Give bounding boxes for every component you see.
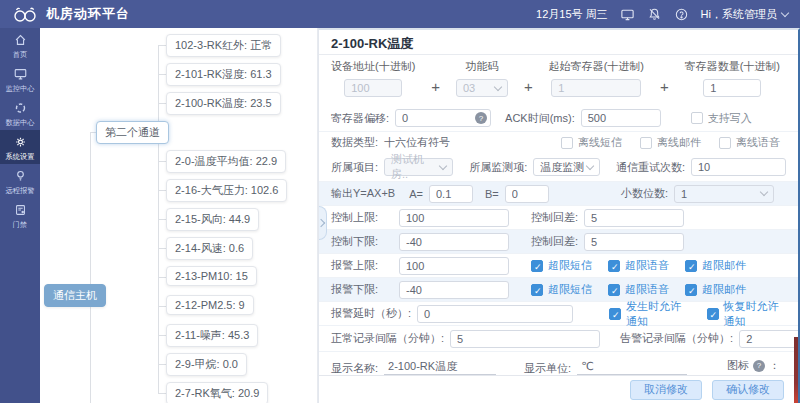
- tree-sensor-item[interactable]: 2-15-风向: 44.9: [166, 208, 259, 231]
- tree-line: [158, 161, 166, 162]
- plus-sign: +: [658, 78, 671, 97]
- chevron-down-icon: [494, 82, 502, 90]
- alarm-delay-row: 报警延时（秒）: 发生时允许通知 恢复时允许通知: [319, 301, 798, 325]
- retry-count-input[interactable]: [691, 158, 786, 176]
- sidebar-item-door-access[interactable]: 门禁: [0, 198, 40, 232]
- tree-sensor-item[interactable]: 2-9-甲烷: 0.0: [166, 353, 247, 376]
- alarm-upper-row: 报警上限: 超限短信 超限语音 超限邮件: [319, 253, 798, 277]
- icon-colon: ：: [769, 358, 780, 373]
- control-upper-row: 控制上限: 控制回差:: [319, 205, 798, 229]
- notify-on-recover-checkbox[interactable]: 恢复时允许通知: [707, 299, 786, 329]
- tree-sensor-item[interactable]: 2-12-PM2.5: 9: [166, 295, 254, 315]
- notify-on-occur-checkbox[interactable]: 发生时允许通知: [609, 299, 688, 329]
- device-addr-input[interactable]: [344, 79, 402, 97]
- project-select[interactable]: 测试机房..: [384, 158, 453, 176]
- monitor-icon[interactable]: [620, 7, 635, 22]
- info-icon[interactable]: ?: [753, 360, 765, 372]
- collapse-handle[interactable]: [318, 206, 327, 240]
- offline-sms-checkbox[interactable]: 离线短信: [561, 135, 622, 150]
- ctrl-upper-hys-input[interactable]: [584, 209, 684, 227]
- project-row: 所属项目: 测试机房.. 所属监测项: 温度监测 通信重试次数:: [319, 153, 798, 181]
- offline-mail-checkbox[interactable]: 离线邮件: [640, 135, 701, 150]
- tree-line: [158, 74, 166, 75]
- display-unit-input[interactable]: [577, 359, 687, 375]
- lower-over-mail-checkbox[interactable]: 超限邮件: [685, 282, 746, 297]
- ctrl-lower-input[interactable]: [399, 233, 509, 251]
- coef-a-label: A=: [409, 188, 423, 200]
- sidebar-item-remote-alarm[interactable]: 远程报警: [0, 164, 40, 198]
- tree-sensor-item[interactable]: 2-101-RK湿度: 61.3: [166, 63, 281, 86]
- bulb-icon: [13, 169, 28, 183]
- info-icon[interactable]: ?: [475, 112, 487, 124]
- datatype-value: 十六位有符号: [384, 135, 450, 150]
- alarm-delay-input[interactable]: [417, 305, 573, 323]
- user-menu[interactable]: Hi，系统管理员: [701, 7, 788, 22]
- coef-a-input[interactable]: [429, 185, 473, 203]
- confirm-button[interactable]: 确认修改: [712, 380, 784, 400]
- offline-voice-checkbox[interactable]: 离线语音: [719, 135, 780, 150]
- alarm-lower-row: 报警下限: 超限短信 超限语音 超限邮件: [319, 277, 798, 301]
- register-count-label: 寄存器数量(十进制): [685, 59, 780, 74]
- alarm-interval-label: 告警记录间隔（分钟）:: [620, 331, 733, 346]
- panel-title: 2-100-RK温度: [319, 30, 798, 55]
- icon-label: 图标: [727, 358, 749, 373]
- alarm-lower-input[interactable]: [399, 281, 509, 299]
- coef-b-input[interactable]: [505, 185, 549, 203]
- tree-sensor-item[interactable]: 2-11-噪声: 45.3: [166, 324, 258, 347]
- sidebar: 首页 监控中心 数据中心 系统设置 远程报警 门禁: [0, 28, 40, 403]
- date-label: 12月15号 周三: [536, 7, 608, 22]
- sidebar-item-monitor-center[interactable]: 监控中心: [0, 62, 40, 96]
- coef-b-label: B=: [485, 188, 499, 200]
- tree-sensor-item[interactable]: 2-16-大气压力: 102.6: [166, 179, 287, 202]
- tree-sensor-item[interactable]: 2-100-RK温度: 23.5: [166, 92, 281, 115]
- tree-line: [158, 335, 166, 336]
- tree-sensor-item[interactable]: 102-3-RK红外: 正常: [166, 34, 281, 57]
- alarm-upper-input[interactable]: [399, 257, 509, 275]
- bell-muted-icon[interactable]: [647, 7, 662, 22]
- upper-over-sms-checkbox[interactable]: 超限短信: [531, 258, 592, 273]
- tree-sensor-item[interactable]: 2-7-RK氧气: 20.9: [166, 382, 268, 403]
- tree-sensor-item[interactable]: 2-14-风速: 0.6: [166, 237, 253, 260]
- upper-over-mail-checkbox[interactable]: 超限邮件: [685, 258, 746, 273]
- monitor-type-select[interactable]: 温度监测: [533, 158, 600, 176]
- ctrl-lower-hys-label: 控制回差:: [531, 234, 578, 249]
- lower-over-sms-checkbox[interactable]: 超限短信: [531, 282, 592, 297]
- write-support-checkbox[interactable]: 支持写入: [691, 111, 752, 126]
- tree-root-host[interactable]: 通信主机: [44, 284, 106, 307]
- tree-channel[interactable]: 第二个通道: [96, 121, 169, 144]
- lower-over-voice-checkbox[interactable]: 超限语音: [608, 282, 669, 297]
- sidebar-item-settings[interactable]: 系统设置: [0, 130, 40, 164]
- ack-time-input[interactable]: [581, 109, 661, 127]
- monitor-icon: [13, 67, 28, 81]
- tree-sensor-item[interactable]: 2-13-PM10: 15: [166, 266, 257, 286]
- home-icon: [13, 33, 28, 47]
- access-card-icon: [13, 203, 28, 217]
- record-interval-row: 正常记录间隔（分钟）: 告警记录间隔（分钟）:: [319, 325, 798, 351]
- sidebar-item-data-center[interactable]: 数据中心: [0, 96, 40, 130]
- sidebar-item-home[interactable]: 首页: [0, 28, 40, 62]
- alarm-lower-label: 报警下限:: [331, 282, 393, 297]
- upper-over-voice-checkbox[interactable]: 超限语音: [608, 258, 669, 273]
- tree-line: [158, 45, 166, 46]
- function-code-select[interactable]: 03: [456, 79, 508, 97]
- start-register-input[interactable]: [551, 79, 641, 97]
- tree-sensor-item[interactable]: 2-0-温度平均值: 22.9: [166, 150, 286, 173]
- sensor-config-panel: 2-100-RK温度 设备地址(十进制) + 功能码 03 + 起始寄存器(十进…: [318, 28, 800, 403]
- ctrl-lower-hys-input[interactable]: [584, 233, 684, 251]
- checkbox-checked-icon: [685, 260, 697, 272]
- cancel-button[interactable]: 取消修改: [630, 380, 702, 400]
- decimal-select[interactable]: 1: [674, 185, 774, 203]
- normal-interval-input[interactable]: [450, 330, 600, 348]
- checkbox-checked-icon: [685, 284, 697, 296]
- checkbox-checked-icon: [609, 308, 621, 320]
- display-name-input[interactable]: [384, 359, 496, 375]
- register-count-input[interactable]: [703, 79, 761, 97]
- checkbox-checked-icon: [531, 284, 543, 296]
- monitor-type-label: 所属监测项:: [469, 160, 527, 175]
- decimal-label: 小数位数:: [621, 186, 668, 201]
- ctrl-upper-input[interactable]: [399, 209, 509, 227]
- start-register-label: 起始寄存器(十进制): [549, 59, 644, 74]
- scrollbar-thumb[interactable]: [794, 337, 798, 403]
- help-circle-icon[interactable]: [674, 7, 689, 22]
- alarm-interval-input[interactable]: [739, 330, 800, 348]
